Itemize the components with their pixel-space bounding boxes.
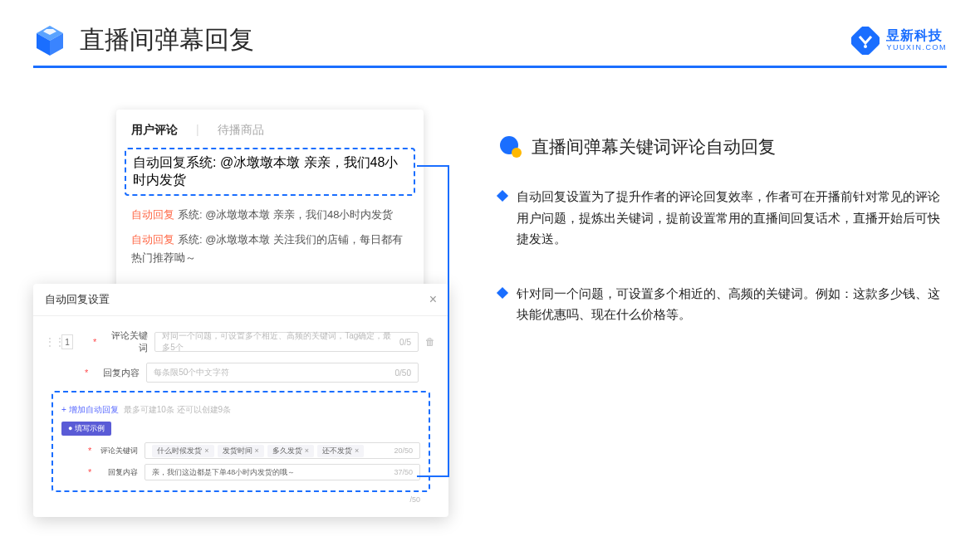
content-input[interactable]: 每条限50个中文字符 0/50 <box>146 363 419 383</box>
ex-kw-input[interactable]: 什么时候发货发货时间多久发货还不发货 20/50 <box>145 442 420 459</box>
ex-content-label: 回复内容 <box>98 467 138 478</box>
drag-icon[interactable]: ⋮⋮ <box>45 336 55 348</box>
comment-item: 自动回复系统: @冰墩墩本墩 关注我们的店铺，每日都有热门推荐呦～ <box>131 231 409 267</box>
tag-chip[interactable]: 发货时间 <box>218 445 264 457</box>
page-title: 直播间弹幕回复 <box>80 23 851 57</box>
example-badge: ● 填写示例 <box>61 422 111 436</box>
required-star: * <box>88 446 91 456</box>
close-icon[interactable]: × <box>429 292 437 307</box>
bullet-text: 自动回复设置为了提升作者的评论回复效率，作者可在开播前针对常见的评论用户问题，提… <box>517 186 947 250</box>
brand-logo: 昱新科技 YUUXIN.COM <box>851 27 947 55</box>
content-row: * 回复内容 每条限50个中文字符 0/50 <box>45 363 437 383</box>
svg-point-5 <box>864 45 867 48</box>
bullet-item: 自动回复设置为了提升作者的评论回复效率，作者可在开播前针对常见的评论用户问题，提… <box>498 186 947 250</box>
auto-reply-tag: 自动回复 <box>131 208 174 221</box>
comments-card: 用户评论 | 待播商品 自动回复系统: @冰墩墩本墩 亲亲，我们48小时内发货 … <box>116 110 424 297</box>
brand-subtitle: YUUXIN.COM <box>886 44 947 51</box>
diamond-icon <box>497 190 508 202</box>
required-star: * <box>93 337 96 347</box>
comment-item: 自动回复系统: @冰墩墩本墩 亲亲，我们48小时内发货 <box>131 206 409 224</box>
diamond-icon <box>497 286 508 298</box>
row-number: 1 <box>61 334 73 349</box>
page-header: 直播间弹幕回复 昱新科技 YUUXIN.COM <box>0 0 980 66</box>
chat-bubble-icon <box>498 134 523 159</box>
brand-name: 昱新科技 <box>886 29 947 42</box>
content-label: 回复内容 <box>95 367 140 379</box>
settings-header: 自动回复设置 × <box>33 284 448 316</box>
keyword-label: 评论关键词 <box>103 329 148 354</box>
add-auto-reply-link[interactable]: + 增加自动回复最多可建10条 还可以创建9条 <box>61 404 420 416</box>
svg-rect-4 <box>851 27 880 55</box>
ex-content-input[interactable]: 亲，我们这边都是下单48小时内发货的哦～ 37/50 <box>145 464 420 480</box>
tag-chip[interactable]: 还不发货 <box>317 445 364 457</box>
tabs: 用户评论 | 待播商品 <box>131 123 409 138</box>
bullet-item: 针对同一个问题，可设置多个相近的、高频的关键词。例如：这款多少钱、这块能优惠吗、… <box>498 283 947 325</box>
outer-count: /50 <box>45 492 437 504</box>
tag-chip[interactable]: 什么时候发货 <box>152 445 213 457</box>
svg-point-7 <box>512 148 522 158</box>
delete-icon[interactable]: 🗑 <box>425 336 437 348</box>
comment-text: 系统: @冰墩墩本墩 亲亲，我们48小时内发货 <box>178 208 394 221</box>
required-star: * <box>85 368 88 378</box>
section-title: 直播间弹幕关键词评论自动回复 <box>532 135 776 158</box>
example-content-row: * 回复内容 亲，我们这边都是下单48小时内发货的哦～ 37/50 <box>61 464 420 480</box>
settings-title: 自动回复设置 <box>45 292 110 307</box>
example-keyword-row: * 评论关键词 什么时候发货发货时间多久发货还不发货 20/50 <box>61 442 420 459</box>
tab-user-comments[interactable]: 用户评论 <box>131 123 178 138</box>
brand-icon <box>851 27 880 55</box>
bullet-text: 针对同一个问题，可设置多个相近的、高频的关键词。例如：这款多少钱、这块能优惠吗、… <box>517 283 947 325</box>
highlighted-comment: 自动回复系统: @冰墩墩本墩 亲亲，我们48小时内发货 <box>125 148 415 196</box>
required-star: * <box>88 467 91 477</box>
section-head: 直播间弹幕关键词评论自动回复 <box>498 134 947 159</box>
settings-card: 自动回复设置 × ⋮⋮ 1 * 评论关键词 对同一个问题，可设置多个相近、高频的… <box>33 284 448 517</box>
keyword-input[interactable]: 对同一个问题，可设置多个相近、高频的关键词，Tag确定，最多5个 0/5 <box>154 332 419 352</box>
tag-chip[interactable]: 多久发货 <box>267 445 314 457</box>
example-box: + 增加自动回复最多可建10条 还可以创建9条 ● 填写示例 * 评论关键词 什… <box>51 391 430 492</box>
keyword-row: ⋮⋮ 1 * 评论关键词 对同一个问题，可设置多个相近、高频的关键词，Tag确定… <box>45 329 437 354</box>
tab-pending-goods[interactable]: 待播商品 <box>218 123 264 138</box>
auto-reply-tag: 自动回复 <box>131 233 174 246</box>
auto-reply-tag: 自动回复 <box>133 155 186 169</box>
ex-kw-label: 评论关键词 <box>98 446 138 456</box>
cube-icon <box>33 24 66 57</box>
